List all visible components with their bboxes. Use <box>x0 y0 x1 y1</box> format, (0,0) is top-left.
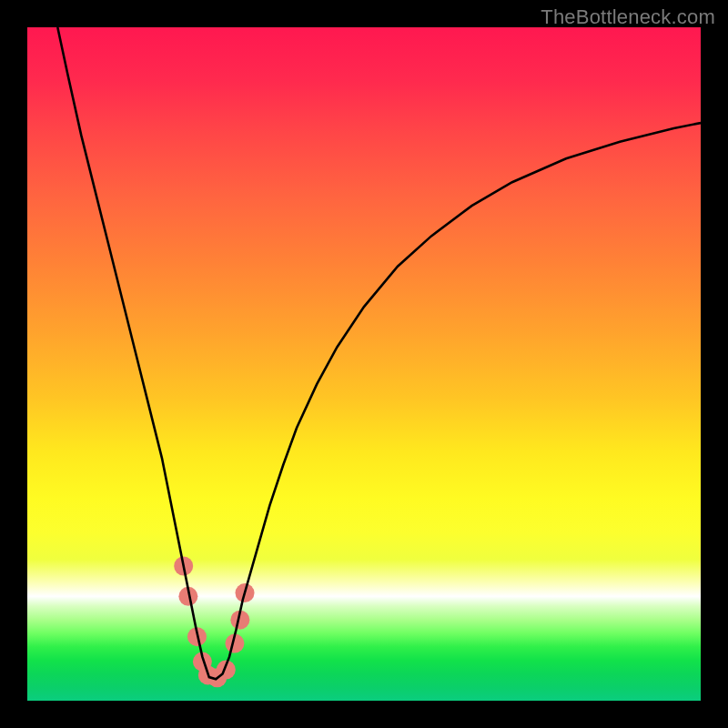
plot-area <box>27 27 701 701</box>
watermark-text: TheBottleneck.com <box>541 5 715 29</box>
curve-layer <box>27 27 701 701</box>
bottleneck-curve <box>57 27 701 679</box>
